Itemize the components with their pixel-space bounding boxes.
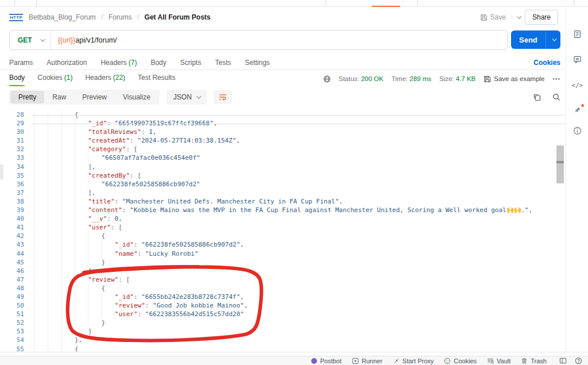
copy-icon[interactable] — [533, 93, 541, 101]
request-tab-settings[interactable]: Settings — [245, 59, 269, 67]
statusbar-label: Vault — [497, 358, 510, 364]
sidebar-collapse-handle[interactable] — [0, 164, 3, 179]
line-number: 41 — [0, 223, 32, 232]
request-tab-headers[interactable]: Headers(7) — [100, 59, 137, 67]
code-line[interactable]: 42{ — [0, 232, 565, 240]
code-line[interactable]: 49"_id": "6655bb242e283b8728c7374f", — [0, 293, 565, 301]
code-line[interactable]: 41"user": [ — [0, 223, 565, 232]
statusbar-postbot[interactable]: Postbot — [311, 358, 341, 364]
response-tabs: BodyCookies(1)Headers(22)Test Results — [9, 74, 175, 84]
changes-icon[interactable] — [566, 106, 588, 114]
scrollbar-thumb[interactable] — [556, 145, 564, 183]
code-line[interactable]: 55{ — [0, 345, 565, 352]
code-line[interactable]: 38"title": "Manchester United Defs. Manc… — [0, 197, 565, 206]
code-line[interactable]: 30"totalReviews": 1, — [0, 128, 565, 136]
breadcrumb: Betbaba_Blog_Forum / Forums / Get All Fo… — [29, 13, 210, 21]
response-metric[interactable]: Time: 289 ms — [392, 75, 431, 82]
statusbar-trash[interactable]: Trash — [521, 358, 547, 364]
line-number: 38 — [0, 197, 32, 206]
line-content: "_id": "6655bb242e283b8728c7374f", — [32, 293, 244, 301]
view-tab-raw[interactable]: Raw — [44, 91, 74, 103]
code-line[interactable]: 52} — [0, 318, 565, 327]
line-number: 51 — [0, 310, 32, 318]
line-number: 35 — [0, 171, 32, 180]
code-line[interactable]: 32"category": [ — [0, 145, 565, 153]
code-line[interactable]: 51"user": "6622383556b42d515c57dd20" — [0, 310, 565, 318]
documentation-icon[interactable] — [566, 30, 588, 39]
chevron-down-icon[interactable] — [40, 37, 45, 41]
wrap-lines-button[interactable] — [214, 90, 232, 104]
panel-toggle-icon[interactable] — [559, 357, 567, 364]
save-as-example-button[interactable]: Save as example — [483, 75, 544, 83]
code-line[interactable]: 35"createdBy": [ — [0, 171, 565, 180]
view-tab-visualize[interactable]: Visualize — [115, 91, 158, 103]
code-line[interactable]: 39"content": "Kobbie Maino was the MVP i… — [0, 206, 565, 214]
statusbar-start-proxy[interactable]: Start Proxy — [393, 358, 434, 364]
share-button[interactable]: Share — [525, 10, 558, 25]
request-tab-tests[interactable]: Tests — [215, 59, 231, 67]
search-icon[interactable] — [552, 93, 560, 101]
response-body-editor[interactable]: 28{29"_id": "665499073519c67f4cf39668",3… — [0, 108, 565, 352]
request-tab-body[interactable]: Body — [150, 59, 166, 67]
more-options-icon[interactable]: ••• — [552, 76, 560, 82]
request-tabs: ParamsAuthorizationHeaders(7)BodyScripts… — [9, 55, 560, 70]
code-line[interactable]: 54}, — [0, 336, 565, 344]
save-options-button[interactable] — [512, 16, 520, 19]
format-dropdown[interactable]: JSON — [167, 90, 207, 105]
statusbar-runner[interactable]: Runner — [352, 358, 382, 364]
response-tab-headers[interactable]: Headers(22) — [85, 74, 125, 84]
code-line[interactable]: 33"66507af7afac0e036c454e0f" — [0, 153, 565, 162]
request-tab-authorization[interactable]: Authorization — [47, 59, 87, 67]
line-number: 42 — [0, 232, 32, 240]
response-tab-body[interactable]: Body — [9, 74, 25, 84]
code-line[interactable]: 50"review": "Good Job kobbie Mainoo", — [0, 301, 565, 310]
statusbar-vault[interactable]: Vault — [487, 358, 510, 364]
help-icon[interactable] — [575, 357, 582, 364]
request-tab-scripts[interactable]: Scripts — [180, 59, 202, 67]
line-number: 28 — [0, 110, 32, 119]
line-content: "66507af7afac0e036c454e0f" — [32, 153, 200, 162]
method-selector[interactable]: GET — [10, 36, 40, 44]
code-line[interactable]: 45} — [0, 258, 565, 267]
code-line[interactable]: 40"__v": 0, — [0, 214, 565, 223]
http-method-icon: HTTP — [9, 14, 23, 21]
code-line[interactable]: 48{ — [0, 284, 565, 293]
breadcrumb-request-name[interactable]: Get All Forum Posts — [145, 13, 211, 21]
breadcrumb-folder[interactable]: Forums — [109, 13, 132, 21]
response-tab-test-results[interactable]: Test Results — [138, 74, 175, 84]
send-button[interactable]: Send — [511, 30, 560, 49]
save-button[interactable]: Save — [480, 13, 506, 21]
save-icon — [483, 75, 491, 83]
request-tab-params[interactable]: Params — [9, 59, 33, 67]
save-label: Save — [490, 13, 506, 21]
response-tab-cookies[interactable]: Cookies(1) — [37, 74, 72, 84]
code-line[interactable]: 44"name": "Lucky Rorobi" — [0, 249, 565, 258]
breadcrumb-separator: / — [137, 13, 139, 21]
view-tab-pretty[interactable]: Pretty — [10, 91, 44, 103]
code-line[interactable]: 43"_id": "662238fe502585886cb907d2", — [0, 240, 565, 249]
send-options-button[interactable] — [546, 30, 560, 49]
window-tab-strip[interactable] — [0, 0, 588, 7]
statusbar-cookies[interactable]: Cookies — [444, 358, 477, 364]
response-metric[interactable]: Status: 200 OK — [339, 75, 384, 82]
cookies-link[interactable]: Cookies — [533, 59, 560, 67]
code-line[interactable]: 46], — [0, 267, 565, 275]
url-path: api/v1/forum/ — [75, 36, 117, 44]
code-line[interactable]: 31"createdAt": "2024-05-27T14:03:38.154Z… — [0, 136, 565, 145]
breadcrumb-workspace[interactable]: Betbaba_Blog_Forum — [29, 13, 96, 21]
code-line[interactable]: 36"662238fe502585886cb907d2" — [0, 180, 565, 189]
network-globe-icon[interactable] — [323, 75, 331, 83]
view-tab-preview[interactable]: Preview — [74, 91, 115, 103]
url-input[interactable]: {{url}}api/v1/forum/ — [51, 36, 117, 44]
line-number: 40 — [0, 214, 32, 223]
comments-icon[interactable] — [566, 55, 588, 64]
response-metric[interactable]: Size: 4.7 KB — [439, 75, 475, 82]
metric-label: Size: — [439, 75, 456, 82]
line-content: "createdBy": [ — [32, 171, 141, 180]
code-line[interactable]: 34], — [0, 163, 565, 171]
code-line[interactable]: 53] — [0, 327, 565, 336]
code-line[interactable]: 47"review": [ — [0, 275, 565, 284]
code-snippet-icon[interactable]: </> — [566, 82, 588, 89]
info-icon[interactable] — [566, 126, 588, 135]
code-line[interactable]: 37], — [0, 189, 565, 197]
